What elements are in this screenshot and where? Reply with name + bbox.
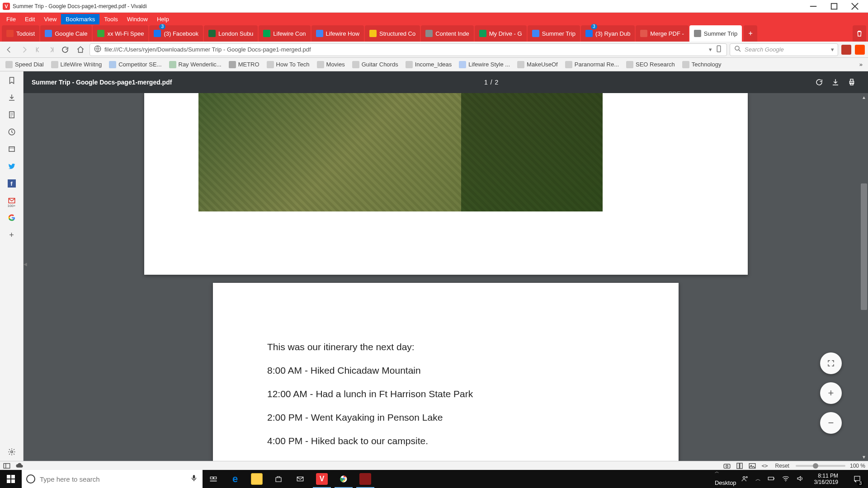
menu-file[interactable]: File xyxy=(2,14,20,24)
pdf-zoom-in-button[interactable]: + xyxy=(820,382,842,404)
bookmark-0[interactable]: Speed Dial xyxy=(3,60,47,70)
bookmark-3[interactable]: Ray Wenderlic... xyxy=(166,60,224,70)
task-view-button[interactable] xyxy=(203,470,224,488)
panel-google-icon[interactable] xyxy=(5,211,18,224)
tab-6[interactable]: Lifewire How xyxy=(311,25,364,42)
nav-reload-button[interactable] xyxy=(59,43,71,56)
panel-add-icon[interactable]: + xyxy=(5,229,18,241)
search-engine-dropdown-icon[interactable]: ▾ xyxy=(831,46,834,53)
nav-rewind-button[interactable] xyxy=(33,43,43,56)
scrollbar-up-arrow[interactable]: ▲ xyxy=(860,93,868,101)
window-maximize-button[interactable] xyxy=(824,0,844,13)
taskbar-app-icon[interactable] xyxy=(354,470,376,488)
tray-people-icon[interactable] xyxy=(741,474,749,484)
new-tab-button[interactable]: + xyxy=(744,25,757,42)
bookmark-9[interactable]: Lifewire Style ... xyxy=(456,60,513,70)
scrollbar-down-arrow[interactable]: ▼ xyxy=(860,453,868,461)
tab-5[interactable]: Lifewire Con xyxy=(259,25,310,42)
nav-home-button[interactable] xyxy=(74,43,87,56)
panel-collapse-handle[interactable]: ◀ xyxy=(24,262,27,271)
panel-gmail-icon[interactable]: 100+ xyxy=(5,194,18,207)
url-dropdown-icon[interactable]: ▾ xyxy=(709,46,712,53)
bookmark-4[interactable]: METRO xyxy=(226,60,262,70)
bookmark-13[interactable]: Technology xyxy=(679,60,724,70)
bookmark-11[interactable]: Paranormal Re... xyxy=(562,60,622,70)
zoom-reset-button[interactable]: Reset xyxy=(774,463,791,469)
menu-edit[interactable]: Edit xyxy=(20,14,39,24)
tab-10[interactable]: Summer Trip xyxy=(528,25,580,42)
window-close-button[interactable] xyxy=(844,0,865,13)
tab-9[interactable]: My Drive - G xyxy=(475,25,527,42)
url-field[interactable]: file:///C:/Users/ryjen/Downloads/Summer … xyxy=(90,43,727,56)
microphone-icon[interactable] xyxy=(190,474,198,484)
bookmark-5[interactable]: How To Tech xyxy=(264,60,312,70)
panel-notes-icon[interactable] xyxy=(5,108,18,121)
tray-wifi-icon[interactable] xyxy=(782,474,790,484)
panel-facebook-icon[interactable]: f xyxy=(5,177,18,190)
taskbar-chrome-icon[interactable] xyxy=(333,470,354,488)
bookmarks-overflow-button[interactable]: » xyxy=(857,60,865,69)
panel-settings-icon[interactable] xyxy=(5,446,18,458)
tray-clock[interactable]: 8:11 PM 3/16/2019 xyxy=(811,473,842,485)
bookmark-6[interactable]: Movies xyxy=(314,60,348,70)
menu-view[interactable]: View xyxy=(39,14,61,24)
status-capture-icon[interactable] xyxy=(723,462,731,470)
pdf-zoom-out-button[interactable]: − xyxy=(820,412,842,434)
pdf-download-button[interactable] xyxy=(827,74,844,90)
nav-back-button[interactable] xyxy=(3,43,15,56)
scrollbar-thumb[interactable] xyxy=(861,183,867,310)
taskbar-edge-icon[interactable]: e xyxy=(224,470,246,488)
tab-12[interactable]: Merge PDF - xyxy=(636,25,688,42)
status-panel-toggle-icon[interactable] xyxy=(3,462,11,470)
bookmark-10[interactable]: MakeUseOf xyxy=(514,60,561,70)
extension-reddit-icon[interactable] xyxy=(854,44,865,55)
start-button[interactable] xyxy=(0,470,22,488)
taskbar-explorer-icon[interactable] xyxy=(246,470,268,488)
reader-mode-icon[interactable] xyxy=(715,45,723,54)
tab-1[interactable]: Google Cale xyxy=(40,25,92,42)
menu-tools[interactable]: Tools xyxy=(99,14,122,24)
tab-2[interactable]: xx Wi-Fi Spee xyxy=(93,25,148,42)
tab-7[interactable]: Structured Co xyxy=(365,25,420,42)
status-tiling-icon[interactable] xyxy=(736,462,744,470)
panel-twitter-icon[interactable] xyxy=(5,160,18,173)
site-info-icon[interactable] xyxy=(94,45,102,54)
bookmark-8[interactable]: Income_Ideas xyxy=(403,60,455,70)
search-field[interactable]: Search Google ▾ xyxy=(730,43,838,56)
panel-downloads-icon[interactable] xyxy=(5,91,18,104)
menu-help[interactable]: Help xyxy=(152,14,174,24)
bookmark-1[interactable]: LifeWire Wriitng xyxy=(48,60,105,70)
tab-8[interactable]: Content Inde xyxy=(421,25,473,42)
panel-bookmarks-icon[interactable] xyxy=(5,74,18,87)
taskbar-mail-icon[interactable] xyxy=(289,470,311,488)
bookmark-12[interactable]: SEO Research xyxy=(623,60,678,70)
taskbar-search-input[interactable] xyxy=(40,475,185,483)
tab-4[interactable]: London Subu xyxy=(204,25,258,42)
pdf-rotate-button[interactable] xyxy=(811,74,827,90)
tray-volume-icon[interactable] xyxy=(796,474,804,484)
tab-3[interactable]: (3) Facebook3 xyxy=(149,25,203,42)
status-sync-icon[interactable] xyxy=(15,462,24,470)
taskbar-search[interactable] xyxy=(22,470,203,488)
pdf-print-button[interactable] xyxy=(844,74,860,90)
panel-window-icon[interactable] xyxy=(5,143,18,155)
window-minimize-button[interactable] xyxy=(803,0,824,13)
bookmark-2[interactable]: Competitor SE... xyxy=(106,60,164,70)
taskbar-vivaldi-icon[interactable]: V xyxy=(311,470,333,488)
tab-11[interactable]: (3) Ryan Dub3 xyxy=(581,25,635,42)
bookmark-7[interactable]: Guitar Chords xyxy=(349,60,401,70)
zoom-slider[interactable] xyxy=(796,465,845,467)
menu-bookmarks[interactable]: Bookmarks xyxy=(61,14,99,24)
tab-0[interactable]: Todoist xyxy=(2,25,39,42)
nav-fastforward-button[interactable] xyxy=(46,43,56,56)
tray-battery-icon[interactable] xyxy=(767,474,775,484)
taskbar-store-icon[interactable] xyxy=(268,470,289,488)
panel-history-icon[interactable] xyxy=(5,126,18,138)
taskbar-desktop-label[interactable]: ︿ Desktop xyxy=(710,472,741,486)
tray-notifications-icon[interactable]: 3 xyxy=(848,470,866,488)
tab-13[interactable]: Summer Trip xyxy=(689,25,742,42)
tray-overflow-icon[interactable]: ︿ xyxy=(755,475,761,483)
menu-window[interactable]: Window xyxy=(123,14,152,24)
zoom-slider-knob[interactable] xyxy=(813,463,818,469)
nav-forward-button[interactable] xyxy=(18,43,31,56)
